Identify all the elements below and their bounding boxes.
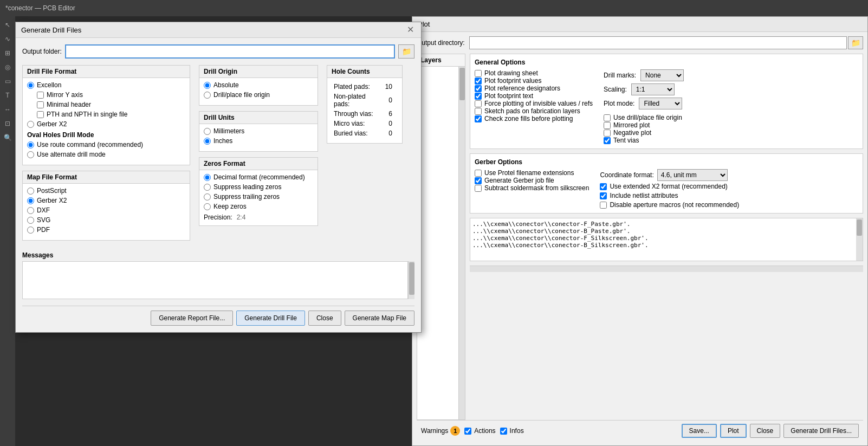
opt-plot-footprint-text-check[interactable] [475,93,482,100]
actions-filter-check[interactable] [464,428,471,435]
opt-use-drill-place: Use drill/place file origin [604,114,684,121]
opt-mirror-y-check[interactable] [37,92,44,99]
origin-absolute-radio[interactable] [204,82,211,89]
hole-counts-box: Hole Counts Plated pads: 10 Non-plated p… [327,65,403,144]
infos-filter-check[interactable] [500,428,507,435]
log-vertical-scrollbar[interactable] [856,218,863,261]
layers-scrollbar[interactable] [458,67,465,419]
generate-drill-file-button[interactable]: Generate Drill File [236,311,305,326]
opt-force-invisible-check[interactable] [475,100,482,107]
plot-close-button[interactable]: Close [750,424,781,438]
drill-format-excellon-label: Excellon [37,81,61,89]
map-dxf-radio[interactable] [27,207,34,214]
actions-filter: Actions [464,427,495,435]
opt-include-netlist-check[interactable] [600,192,607,199]
layers-list[interactable] [417,67,458,419]
map-svg: SVG [27,216,185,224]
plot-button[interactable]: Plot [720,424,747,438]
coord-format-select[interactable]: 4.6, unit mm [657,169,728,181]
drill-left-col: Drill File Format Excellon Mirror Y axis… [22,65,190,246]
map-gerber-x2-radio[interactable] [27,197,34,204]
toolbar-cursor[interactable]: ↖ [1,18,14,31]
zeros-suppress-leading-radio[interactable] [204,184,211,191]
drill-close-button[interactable]: Close [308,311,341,326]
opt-use-drill-place-check[interactable] [604,114,611,121]
toolbar-inspect[interactable]: 🔍 [1,131,14,144]
drill-output-input[interactable] [65,44,395,59]
toolbar-text[interactable]: T [1,89,14,102]
plot-buttons: Save... Plot Close Generate Drill Files.… [682,424,859,438]
zeros-suppress-trailing: Suppress trailing zeros [204,193,313,201]
log-horizontal-scrollbar[interactable] [470,266,863,272]
opt-subtract-soldermask-check[interactable] [475,185,482,192]
opt-generate-gerber-job-check[interactable] [475,177,482,184]
map-svg-label: SVG [37,216,50,224]
save-button[interactable]: Save... [682,424,717,438]
map-postscript-radio[interactable] [27,188,34,195]
zeros-decimal-radio[interactable] [204,174,211,181]
opt-disable-aperture-check[interactable] [600,202,607,209]
drill-file-format-box: Drill File Format Excellon Mirror Y axis… [22,65,190,165]
opt-sketch-pads-check[interactable] [475,108,482,115]
opt-plot-drawing-sheet-check[interactable] [475,70,482,77]
layers-header: Layers [417,54,465,67]
drill-browse-btn[interactable]: 📁 [398,44,414,59]
opt-mirrored-plot-check[interactable] [604,122,611,129]
origin-drill-place-label: Drill/place file origin [213,91,270,99]
opt-pth-npth: PTH and NPTH in single file [37,111,185,118]
pcb-titlebar: *conector — PCB Editor [0,0,868,16]
units-inches-radio[interactable] [204,138,211,145]
opt-sketch-pads: Sketch pads on fabrication layers [475,107,593,115]
map-pdf-radio[interactable] [27,227,34,234]
generate-report-button[interactable]: Generate Report File... [151,311,233,326]
output-dir-input[interactable] [469,36,847,49]
drill-close-x[interactable]: ✕ [405,25,416,34]
map-dxf-label: DXF [37,206,50,214]
opt-plot-footprint-values-check[interactable] [475,77,482,85]
messages-scroll-thumb [409,262,414,295]
hole-plated-pads: Plated pads: 10 [333,82,397,91]
toolbar-dimension[interactable]: ↔ [1,103,14,116]
map-postscript-label: PostScript [37,187,67,195]
zeros-suppress-trailing-radio[interactable] [204,193,211,201]
opt-use-extended-x2: Use extended X2 format (recommended) [600,183,739,190]
origin-drill-place-radio[interactable] [204,92,211,99]
oval-use-alternate-radio[interactable] [27,151,34,158]
drill-format-gerber-radio[interactable] [27,121,34,128]
generate-map-file-button[interactable]: Generate Map File [345,311,414,326]
opt-pth-npth-check[interactable] [37,111,44,118]
gerber-options-left: Use Protel filename extensions Generate … [475,169,589,209]
generate-drill-button[interactable]: Generate Drill Files... [783,424,859,438]
units-mm-radio[interactable] [204,128,211,135]
toolbar-zone[interactable]: ▭ [1,75,14,88]
opt-tent-vias: Tent vias [604,137,684,144]
toolbar-track[interactable]: ∿ [1,33,14,46]
oval-use-route-radio[interactable] [27,141,34,148]
layers-panel: Layers [417,54,465,420]
drill-format-excellon-radio[interactable] [27,82,34,89]
opt-use-protel-check[interactable] [475,170,482,177]
drill-marks-label: Drill marks: [604,72,636,79]
opt-minimal-header-check[interactable] [37,101,44,108]
opt-use-extended-x2-check[interactable] [600,183,607,190]
messages-label: Messages [22,251,414,259]
opt-check-zone: Check zone fills before plotting [475,115,593,122]
plot-mode-select[interactable]: Filled [639,98,682,109]
map-svg-radio[interactable] [27,217,34,224]
toolbar-route[interactable]: ⊞ [1,47,14,60]
scaling-select[interactable]: 1:1 [631,83,675,95]
opt-tent-vias-check[interactable] [604,137,611,144]
toolbar-footprint[interactable]: ⊡ [1,117,14,130]
opt-mirrored-plot: Mirrored plot [604,121,684,129]
opt-negative-plot-check[interactable] [604,130,611,137]
messages-textarea[interactable] [22,261,408,299]
output-dir-browse[interactable]: 📁 [848,36,863,49]
plot-dialog: Plot Output directory: 📁 Layers [412,16,868,446]
plot-main-area: Layers General Options [417,54,863,420]
drill-marks-select[interactable]: None [640,69,684,81]
opt-check-zone-check[interactable] [475,115,482,122]
opt-plot-ref-des-check[interactable] [475,85,482,92]
zeros-keep-radio[interactable] [204,203,211,210]
toolbar-via[interactable]: ◎ [1,61,14,74]
messages-scrollbar[interactable] [408,261,414,299]
